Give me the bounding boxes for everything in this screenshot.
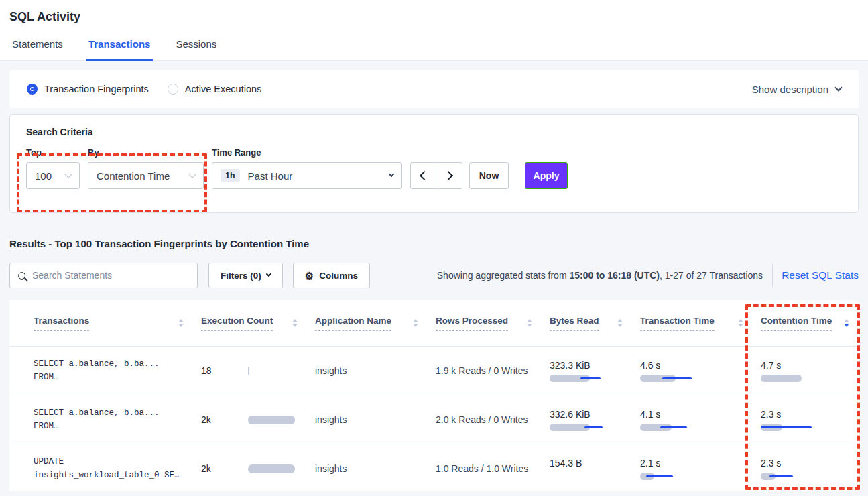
tab-transactions[interactable]: Transactions bbox=[86, 38, 153, 61]
transaction-time-bar-chart bbox=[640, 424, 761, 431]
rows-processed-value: 2.0 k Reads / 0 Writes bbox=[436, 414, 528, 425]
rows-processed-value: 1.9 k Reads / 0 Writes bbox=[436, 365, 528, 376]
radio-active-executions[interactable]: Active Executions bbox=[168, 84, 261, 95]
sort-desc-arrow-icon bbox=[527, 324, 532, 327]
time-range-select[interactable]: 1h Past Hour bbox=[212, 162, 402, 189]
by-select[interactable]: Contention Time bbox=[88, 162, 204, 189]
rows-processed-value: 1.0 Reads / 1.0 Writes bbox=[436, 463, 528, 474]
column-header-transactions[interactable]: Transactions bbox=[34, 316, 201, 331]
column-header-transaction-time[interactable]: Transaction Time bbox=[640, 316, 761, 331]
search-icon bbox=[18, 272, 25, 280]
execution-count-bar bbox=[248, 367, 249, 375]
column-header-contention-time[interactable]: Contention Time bbox=[761, 316, 859, 331]
sort-asc-arrow-icon bbox=[527, 319, 532, 322]
column-header-application-name[interactable]: Application Name bbox=[315, 316, 436, 331]
sort-asc-arrow-icon bbox=[178, 319, 184, 322]
now-button[interactable]: Now bbox=[469, 162, 509, 189]
sort-asc-arrow-icon bbox=[738, 319, 743, 322]
transaction-time-value: 4.1 s bbox=[640, 409, 761, 420]
contention-time-cell: 2.3 s bbox=[761, 458, 859, 480]
radio-label: Transaction Fingerprints bbox=[44, 84, 149, 95]
application-name-value: insights bbox=[315, 463, 347, 474]
contention-time-value: 2.3 s bbox=[761, 409, 859, 420]
by-label: By bbox=[88, 147, 204, 158]
view-mode-radio-group: Transaction FingerprintsActive Execution… bbox=[27, 84, 261, 95]
time-range-prev-button[interactable] bbox=[410, 162, 436, 189]
column-header-execution-count[interactable]: Execution Count bbox=[201, 316, 315, 331]
execution-count-value: 2k bbox=[201, 414, 248, 425]
column-label: Bytes Read bbox=[550, 316, 599, 331]
radio-icon[interactable] bbox=[27, 84, 38, 95]
bar-stddev-line bbox=[646, 475, 673, 477]
transaction-time-value: 2.1 s bbox=[640, 458, 761, 469]
chevron-down-icon bbox=[834, 84, 842, 91]
top-select[interactable]: 100 bbox=[26, 162, 80, 189]
execution-count-value: 18 bbox=[201, 365, 248, 376]
bar-stddev-line bbox=[662, 377, 692, 379]
query-line-2: FROM… bbox=[34, 371, 59, 384]
radio-icon[interactable] bbox=[168, 84, 178, 95]
top-bar: SQL Activity StatementsTransactionsSessi… bbox=[0, 0, 868, 61]
table-row[interactable]: SELECT a.balance, b.ba...FROM…2kinsights… bbox=[9, 395, 859, 444]
tab-statements[interactable]: Statements bbox=[9, 38, 66, 60]
sort-icon[interactable] bbox=[178, 319, 184, 327]
search-statements-box[interactable] bbox=[9, 263, 198, 288]
chevron-down-icon bbox=[389, 172, 394, 177]
execution-count-bar bbox=[248, 464, 295, 473]
sort-icon[interactable] bbox=[617, 319, 623, 327]
columns-button[interactable]: ⚙ Columns bbox=[293, 263, 370, 288]
time-range-next-button[interactable] bbox=[436, 162, 462, 189]
radio-transaction-fingerprints[interactable]: Transaction Fingerprints bbox=[27, 84, 149, 95]
column-label: Transaction Time bbox=[640, 316, 715, 331]
execution-count-cell: 18 bbox=[201, 365, 315, 376]
contention-time-value: 4.7 s bbox=[761, 360, 859, 371]
search-criteria-controls: Top 100 By Contention Time Time Range 1h… bbox=[26, 147, 842, 189]
sort-icon[interactable] bbox=[738, 319, 743, 327]
sort-asc-arrow-icon bbox=[413, 319, 418, 322]
contention-time-metric: 2.3 s bbox=[761, 409, 859, 431]
sort-icon[interactable] bbox=[292, 319, 298, 327]
bar-stddev-line bbox=[584, 426, 603, 428]
sort-icon[interactable] bbox=[844, 319, 849, 327]
bytes-read-bar-chart bbox=[550, 424, 640, 431]
transaction-query-cell[interactable]: UPDATEinsights_workload_table_0 SE… bbox=[34, 455, 201, 482]
bytes-read-bar-chart bbox=[550, 473, 640, 480]
time-range-value: Past Hour bbox=[248, 170, 293, 182]
show-description-toggle[interactable]: Show description bbox=[752, 84, 841, 95]
contention-time-metric: 2.3 s bbox=[761, 458, 859, 480]
contention-time-bar-chart bbox=[761, 375, 859, 382]
table-row[interactable]: SELECT a.balance, b.ba...FROM…18insights… bbox=[9, 347, 859, 395]
query-line-2: insights_workload_table_0 SE… bbox=[34, 469, 180, 482]
query-line-2: FROM… bbox=[34, 420, 59, 433]
execution-count-cell: 2k bbox=[201, 463, 315, 474]
contention-time-value: 2.3 s bbox=[761, 458, 859, 469]
transaction-time-bar-chart bbox=[640, 473, 761, 480]
contention-time-cell: 4.7 s bbox=[761, 360, 859, 382]
table-row[interactable]: UPDATEinsights_workload_table_0 SE…2kins… bbox=[9, 444, 859, 493]
show-description-label: Show description bbox=[752, 84, 828, 95]
tab-sessions[interactable]: Sessions bbox=[173, 38, 219, 60]
column-header-bytes-read[interactable]: Bytes Read bbox=[550, 316, 640, 331]
sort-asc-arrow-icon bbox=[844, 319, 849, 322]
rows-processed-cell: 1.9 k Reads / 0 Writes bbox=[436, 365, 550, 376]
column-header-rows-processed[interactable]: Rows Processed bbox=[436, 316, 550, 331]
table-body: SELECT a.balance, b.ba...FROM…18insights… bbox=[9, 347, 859, 493]
search-criteria-card: Search Criteria Top 100 By Contention Ti… bbox=[9, 114, 859, 213]
apply-button[interactable]: Apply bbox=[525, 162, 568, 189]
filters-button[interactable]: Filters (0) bbox=[208, 263, 283, 288]
transaction-query-cell[interactable]: SELECT a.balance, b.ba...FROM… bbox=[34, 357, 201, 384]
by-field: By Contention Time bbox=[80, 147, 204, 189]
sort-asc-arrow-icon bbox=[292, 319, 298, 322]
column-label: Transactions bbox=[34, 316, 89, 331]
column-label: Contention Time bbox=[761, 316, 832, 331]
chevron-down-icon bbox=[64, 170, 72, 178]
view-mode-bar: Transaction FingerprintsActive Execution… bbox=[9, 70, 859, 108]
time-range-step-group bbox=[410, 162, 462, 189]
sort-icon[interactable] bbox=[413, 319, 418, 327]
search-statements-input[interactable] bbox=[32, 270, 189, 281]
sort-icon[interactable] bbox=[527, 319, 532, 327]
reset-sql-stats-link[interactable]: Reset SQL Stats bbox=[782, 269, 859, 282]
top-label: Top bbox=[26, 147, 80, 158]
bar-stddev-line bbox=[761, 426, 812, 428]
transaction-query-cell[interactable]: SELECT a.balance, b.ba...FROM… bbox=[34, 406, 201, 433]
